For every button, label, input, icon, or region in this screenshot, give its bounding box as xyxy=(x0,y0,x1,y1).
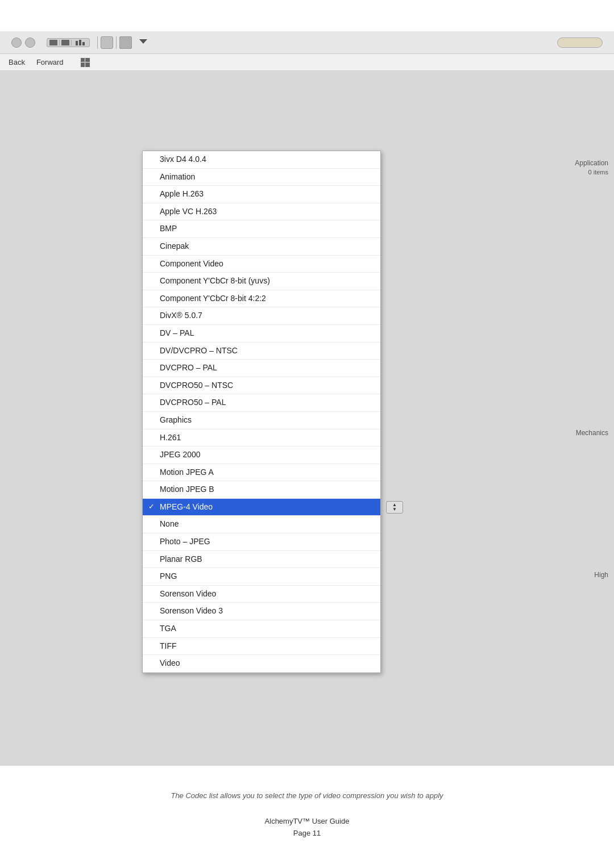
application-label: Application xyxy=(575,159,608,167)
column-view-btn[interactable] xyxy=(76,40,85,45)
menu-item[interactable]: Sorenson Video xyxy=(143,586,380,603)
toolbar-dropdown-icon[interactable] xyxy=(138,36,149,49)
footer-line1: AlchemyTV™ User Guide xyxy=(0,816,614,828)
caption: The Codec list allows you to select the … xyxy=(0,791,614,800)
menu-item[interactable]: None xyxy=(143,516,380,533)
menu-item[interactable]: Photo – JPEG xyxy=(143,533,380,551)
codec-dropdown-menu: 3ivx D4 4.0.4AnimationApple H.263Apple V… xyxy=(142,151,381,673)
toolbar-divider-2 xyxy=(116,36,117,49)
toolbar-view-icon[interactable] xyxy=(119,36,132,49)
menu-item[interactable]: 3ivx D4 4.0.4 xyxy=(143,151,380,169)
items-count: 0 items xyxy=(588,169,608,176)
toolbar-action-icon[interactable] xyxy=(101,36,113,49)
toolbar-divider-1 xyxy=(97,36,98,49)
view-toggle-group[interactable] xyxy=(47,38,90,47)
menu-item[interactable]: Graphics xyxy=(143,412,380,429)
toolbar-search[interactable] xyxy=(557,37,603,48)
stepper-down[interactable]: ▼ xyxy=(392,507,397,512)
navbar: Back Forward xyxy=(0,54,614,71)
menu-item[interactable]: Video xyxy=(143,655,380,673)
menu-item[interactable]: Component Video xyxy=(143,256,380,273)
menu-item[interactable]: DVCPRO50 – PAL xyxy=(143,394,380,412)
toolbar xyxy=(0,31,614,54)
menu-item[interactable]: H.261 xyxy=(143,429,380,447)
menu-item[interactable]: DivX® 5.0.7 xyxy=(143,307,380,325)
toolbar-icons xyxy=(11,37,35,48)
back-button[interactable]: Back xyxy=(9,58,25,66)
menu-item[interactable]: PNG xyxy=(143,568,380,586)
menu-item[interactable]: Planar RGB xyxy=(143,551,380,569)
footer-line2: Page 11 xyxy=(0,828,614,840)
toolbar-circle-1 xyxy=(11,37,22,48)
mechanics-label: Mechanics xyxy=(576,429,608,437)
menu-item[interactable]: DV/DVCPRO – NTSC xyxy=(143,343,380,360)
menu-item[interactable]: BMP xyxy=(143,220,380,238)
menu-item[interactable]: Motion JPEG B xyxy=(143,481,380,499)
menu-item[interactable]: Apple VC H.263 xyxy=(143,203,380,221)
list-view-btn[interactable] xyxy=(61,40,69,45)
high-label: High xyxy=(594,571,608,579)
svg-marker-0 xyxy=(139,39,147,44)
menu-item[interactable]: Motion JPEG A xyxy=(143,464,380,482)
menu-item[interactable]: JPEG 2000 xyxy=(143,446,380,464)
stepper[interactable]: ▲▼ xyxy=(386,501,403,514)
menu-item[interactable]: TGA xyxy=(143,620,380,638)
menu-item[interactable]: Animation xyxy=(143,169,380,186)
menu-item[interactable]: Component Y'CbCr 8-bit 4:2:2 xyxy=(143,290,380,308)
footer: AlchemyTV™ User Guide Page 11 xyxy=(0,816,614,840)
menu-item[interactable]: DVCPRO50 – NTSC xyxy=(143,377,380,395)
caption-text: The Codec list allows you to select the … xyxy=(171,791,443,800)
menu-item[interactable]: Cinepak xyxy=(143,238,380,256)
menu-item[interactable]: DV – PAL xyxy=(143,325,380,343)
content-area: Application 0 items Mechanics High 3ivx … xyxy=(0,71,614,766)
menu-item[interactable]: Sorenson Video 3 xyxy=(143,603,380,620)
toolbar-circle-2 xyxy=(25,37,35,48)
grid-view-btn[interactable] xyxy=(49,40,57,45)
menu-item[interactable]: Component Y'CbCr 8-bit (yuvs) xyxy=(143,273,380,290)
forward-button[interactable]: Forward xyxy=(36,58,64,66)
menu-item[interactable]: DVCPRO – PAL xyxy=(143,360,380,377)
menu-item[interactable]: TIFF xyxy=(143,638,380,656)
grid-icon xyxy=(81,58,90,67)
menu-item[interactable]: MPEG-4 Video▲▼ xyxy=(143,499,380,516)
menu-item[interactable]: Apple H.263 xyxy=(143,186,380,203)
